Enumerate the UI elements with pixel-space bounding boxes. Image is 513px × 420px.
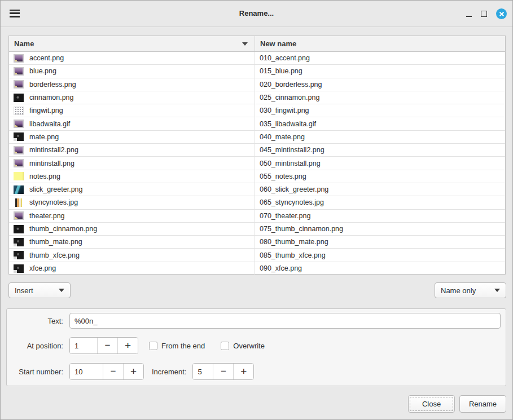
table-row[interactable]: xfce.png 090_xfce.png: [9, 262, 505, 275]
minus-icon[interactable]: [103, 364, 123, 379]
table-row[interactable]: accent.png 010_accent.png: [9, 52, 505, 65]
minimize-icon[interactable]: [466, 16, 472, 17]
overwrite-checkbox[interactable]: Overwrite: [221, 342, 265, 350]
table-row[interactable]: borderless.png 020_borderless.png: [9, 78, 505, 91]
table-row[interactable]: blue.png 015_blue.png: [9, 65, 505, 78]
file-thumbnail-icon: [14, 264, 24, 273]
file-name: fingwit.png: [29, 107, 63, 114]
insert-mode-dropdown[interactable]: Insert: [8, 282, 71, 298]
file-new-name-cell: 070_theater.png: [255, 210, 505, 222]
file-new-name-cell: 090_xfce.png: [255, 262, 505, 275]
table-row[interactable]: mintinstall.png 050_mintinstall.png: [9, 157, 505, 170]
file-name: notes.png: [29, 173, 60, 180]
file-name-cell: notes.png: [9, 170, 255, 183]
file-name: slick_greeter.png: [29, 185, 83, 193]
file-new-name-cell: 035_libadwaita.gif: [255, 117, 505, 130]
titlebar: Rename...: [1, 1, 512, 27]
table-row[interactable]: thumb_xfce.png 085_thumb_xfce.png: [9, 249, 505, 262]
file-name-cell: fingwit.png: [9, 104, 255, 117]
file-thumbnail-icon: [14, 132, 24, 141]
file-name-cell: borderless.png: [9, 78, 255, 91]
start-number-label: Start number:: [7, 368, 63, 376]
rename-dialog-window: Rename... Name New name accent.png 010_a: [0, 0, 513, 420]
file-new-name-cell: 085_thumb_xfce.png: [255, 249, 505, 261]
table-row[interactable]: styncynotes.jpg 065_styncynotes.jpg: [9, 196, 505, 209]
file-thumbnail-icon: [14, 172, 24, 180]
file-new-name-cell: 080_thumb_mate.png: [255, 236, 505, 248]
file-thumbnail-icon: [14, 159, 24, 167]
file-thumbnail-icon: [14, 67, 24, 76]
file-new-name-cell: 065_styncynotes.jpg: [255, 196, 505, 209]
from-end-checkbox[interactable]: From the end: [149, 342, 205, 350]
file-new-name: 010_accent.png: [260, 54, 310, 62]
checkbox-icon: [221, 342, 229, 350]
file-name-cell: mintinstall2.png: [9, 144, 255, 156]
file-new-name: 060_slick_greeter.png: [260, 185, 328, 193]
file-thumbnail-icon: [14, 54, 24, 63]
file-new-name-cell: 060_slick_greeter.png: [255, 183, 505, 196]
table-row[interactable]: libadwaita.gif 035_libadwaita.gif: [9, 117, 505, 130]
maximize-icon[interactable]: [481, 11, 487, 17]
table-row[interactable]: notes.png 055_notes.png: [9, 170, 505, 183]
file-thumbnail-icon: [14, 120, 24, 128]
file-name-cell: accent.png: [9, 52, 255, 64]
window-title: Rename...: [1, 9, 512, 17]
file-name: mate.png: [29, 133, 59, 141]
plus-icon[interactable]: [123, 364, 143, 379]
plus-icon[interactable]: [117, 338, 138, 353]
increment-input[interactable]: [193, 364, 213, 379]
increment-stepper: [192, 363, 254, 380]
column-header-name[interactable]: Name: [9, 36, 255, 51]
table-row[interactable]: cinnamon.png 025_cinnamon.png: [9, 91, 505, 104]
file-new-name-cell: 015_blue.png: [255, 65, 505, 77]
overwrite-label: Overwrite: [233, 342, 265, 350]
file-new-name-cell: 040_mate.png: [255, 131, 505, 143]
table-row[interactable]: thumb_cinnamon.png 075_thumb_cinnamon.pn…: [9, 223, 505, 236]
file-name: borderless.png: [29, 81, 76, 89]
table-row[interactable]: thumb_mate.png 080_thumb_mate.png: [9, 236, 505, 249]
close-icon[interactable]: [496, 8, 507, 19]
file-new-name: 035_libadwaita.gif: [260, 120, 316, 128]
file-name-cell: thumb_xfce.png: [9, 249, 255, 261]
file-new-name: 030_fingwit.png: [260, 107, 309, 114]
table-row[interactable]: slick_greeter.png 060_slick_greeter.png: [9, 183, 505, 196]
file-name: accent.png: [29, 54, 64, 62]
file-new-name: 080_thumb_mate.png: [260, 238, 328, 246]
file-thumbnail-icon: [14, 211, 24, 220]
scope-dropdown[interactable]: Name only: [435, 282, 506, 298]
file-new-name-cell: 075_thumb_cinnamon.png: [255, 223, 505, 235]
file-thumbnail-icon: [15, 198, 22, 207]
file-name: xfce.png: [29, 264, 56, 272]
table-row[interactable]: fingwit.png 030_fingwit.png: [9, 104, 505, 117]
text-input[interactable]: [69, 313, 501, 329]
minus-icon[interactable]: [97, 338, 117, 353]
file-name-cell: xfce.png: [9, 262, 255, 275]
table-row[interactable]: theater.png 070_theater.png: [9, 210, 505, 223]
start-number-input[interactable]: [70, 364, 103, 379]
position-label: At position:: [7, 342, 63, 350]
position-input[interactable]: [70, 338, 97, 353]
file-thumbnail-icon: [14, 80, 24, 89]
file-thumbnail-icon: [14, 185, 24, 194]
rename-button[interactable]: Rename: [459, 395, 506, 413]
plus-icon[interactable]: [233, 364, 253, 379]
column-header-new-name[interactable]: New name: [255, 36, 505, 51]
table-row[interactable]: mate.png 040_mate.png: [9, 131, 505, 144]
file-name-cell: mate.png: [9, 131, 255, 143]
file-name-cell: thumb_cinnamon.png: [9, 223, 255, 235]
file-name-cell: styncynotes.jpg: [9, 196, 255, 209]
window-controls: [466, 1, 507, 27]
file-name: libadwaita.gif: [29, 120, 70, 128]
from-end-label: From the end: [161, 342, 205, 350]
file-thumbnail-icon: [14, 251, 24, 259]
position-row: At position: From the end Overwrite: [7, 338, 506, 353]
start-number-stepper: [69, 363, 144, 380]
file-thumbnail-icon: [14, 225, 24, 233]
file-name-cell: blue.png: [9, 65, 255, 77]
close-button[interactable]: Close: [408, 395, 455, 413]
file-new-name-cell: 030_fingwit.png: [255, 104, 505, 117]
file-name-cell: mintinstall.png: [9, 157, 255, 169]
table-row[interactable]: mintinstall2.png 045_mintinstall2.png: [9, 144, 505, 157]
minus-icon[interactable]: [213, 364, 233, 379]
file-new-name: 015_blue.png: [260, 67, 302, 75]
